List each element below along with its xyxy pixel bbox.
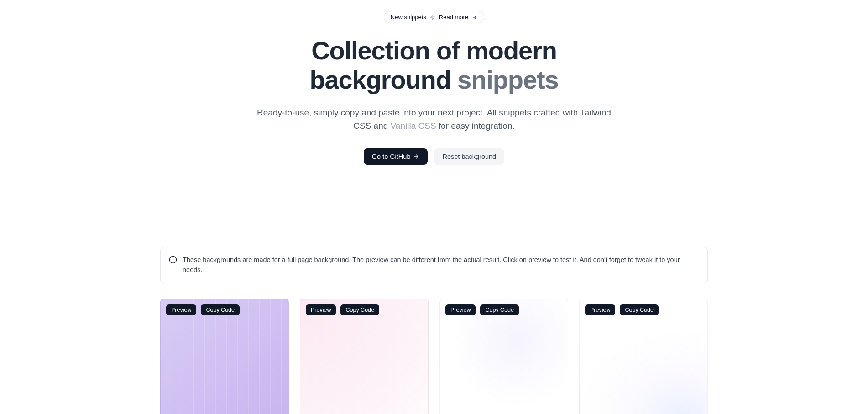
arrow-right-icon <box>472 15 477 20</box>
preview-button[interactable]: Preview <box>445 304 476 315</box>
subtitle: Ready-to-use, simply copy and paste into… <box>256 106 612 133</box>
info-icon <box>169 256 177 264</box>
preview-button[interactable]: Preview <box>585 304 615 315</box>
title-line2b: snippets <box>457 65 558 94</box>
pill-new-label: New snippets <box>391 14 426 21</box>
announcement-pill[interactable]: New snippets Read more <box>384 11 484 23</box>
page-title: Collection of modern background snippets <box>160 36 708 95</box>
hero: Collection of modern background snippets… <box>160 23 708 165</box>
pill-readmore-label: Read more <box>439 14 468 21</box>
snippet-card: Preview Copy Code <box>439 299 568 414</box>
info-notice: These backgrounds are made for a full pa… <box>160 247 708 283</box>
subtitle-muted: Vanilla CSS <box>391 121 436 131</box>
preview-button[interactable]: Preview <box>306 304 336 315</box>
copy-code-button[interactable]: Copy Code <box>480 304 519 315</box>
copy-code-button[interactable]: Copy Code <box>340 304 379 315</box>
notice-text: These backgrounds are made for a full pa… <box>183 255 699 275</box>
preview-button[interactable]: Preview <box>166 304 196 315</box>
title-line2a: background <box>309 65 450 94</box>
arrow-right-icon <box>413 153 419 160</box>
github-button[interactable]: Go to GitHub <box>364 148 428 165</box>
snippet-card: Preview Copy Code <box>300 299 429 414</box>
copy-code-button[interactable]: Copy Code <box>201 304 240 315</box>
snippet-card: Preview Copy Code <box>579 299 708 414</box>
svg-marker-0 <box>430 15 434 20</box>
reset-button-label: Reset background <box>442 153 496 160</box>
title-line1: Collection of modern <box>311 36 557 65</box>
copy-code-button[interactable]: Copy Code <box>620 304 659 315</box>
snippet-grid: Preview Copy Code Preview Copy Code Prev… <box>160 299 708 414</box>
lightning-icon <box>430 14 435 21</box>
subtitle-b: for easy integration. <box>436 121 515 131</box>
snippet-card: Preview Copy Code <box>160 299 289 414</box>
github-button-label: Go to GitHub <box>372 153 411 160</box>
reset-background-button[interactable]: Reset background <box>434 148 504 165</box>
